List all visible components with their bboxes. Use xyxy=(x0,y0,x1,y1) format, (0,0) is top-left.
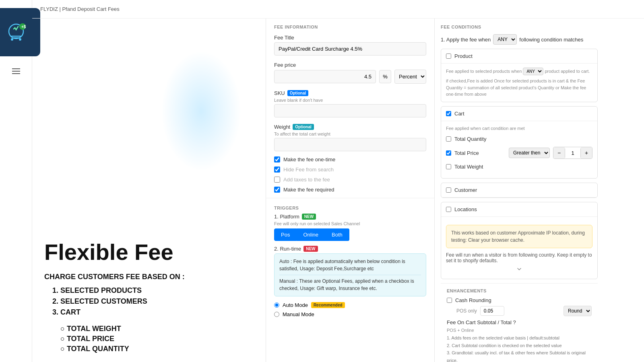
locations-card-body: This works based on customer Approximate… xyxy=(441,217,597,279)
customer-checkbox[interactable] xyxy=(446,187,451,193)
hero-sublist: TOTAL WEIGHT TOTAL PRICE TOTAL QUANTITY xyxy=(60,324,254,354)
cart-card-body: Fee applied when cart condition are met … xyxy=(441,121,597,179)
total-price-stepper: − + xyxy=(553,147,592,159)
fee-note-2: 2. Cart Subtotal condition is checked on… xyxy=(447,342,592,350)
hamburger-menu[interactable] xyxy=(12,68,20,74)
weight-input[interactable] xyxy=(274,138,426,151)
total-weight-checkbox[interactable] xyxy=(446,164,451,169)
hero-sublist-item-1: TOTAL WEIGHT xyxy=(60,324,254,334)
stepper-minus-button[interactable]: − xyxy=(553,147,565,158)
total-quantity-label: Total Quantity xyxy=(454,136,592,142)
recommended-badge: Recommended xyxy=(311,302,345,308)
online-button[interactable]: Online xyxy=(297,228,325,241)
sku-optional-badge: Optional xyxy=(287,90,309,96)
product-checkbox[interactable] xyxy=(446,53,451,59)
auto-text: Auto : Fee is applied automatically when… xyxy=(279,258,421,272)
make-required-row: Make the fee required xyxy=(266,185,434,195)
auto-mode-row: Auto Mode Recommended xyxy=(274,300,426,310)
main-area: FLYDIZ | Pfand Deposit Cart Fees Flexibl… xyxy=(32,0,644,362)
cash-rounding-checkbox[interactable] xyxy=(447,298,452,303)
fee-price-input[interactable] xyxy=(274,70,376,83)
total-price-label: Total Price xyxy=(454,150,506,156)
customer-condition-card: Customer xyxy=(441,183,598,198)
total-price-checkbox[interactable] xyxy=(446,150,451,156)
fee-notes: 1. Adds fees on the selected value basis… xyxy=(447,334,592,362)
any-select[interactable]: ANY ALL xyxy=(493,34,517,45)
manual-mode-radio[interactable] xyxy=(274,312,279,317)
total-quantity-row: Total Quantity xyxy=(446,134,592,144)
fee-note-3: 3. Grandtotal: usually incl. of tax & ot… xyxy=(447,349,592,362)
runtime-trigger: 2. Run-time NEW Auto : Fee is applied au… xyxy=(274,246,426,319)
enhancements-section: ENHANCEMENTS Cash Rounding POS only Roun… xyxy=(441,283,598,362)
locations-checkbox[interactable] xyxy=(446,207,451,212)
chevron-down-button[interactable] xyxy=(446,263,592,275)
product-card-header: Product xyxy=(441,49,597,64)
stepper-plus-button[interactable]: + xyxy=(581,147,592,158)
cart-label: Cart xyxy=(454,111,464,117)
weight-group: Weight Optional To affect the total cart… xyxy=(266,121,434,154)
make-fee-onetime-label: Make the fee one-time xyxy=(283,156,335,162)
total-quantity-checkbox[interactable] xyxy=(446,136,451,142)
runtime-new-badge: NEW xyxy=(303,246,318,252)
sku-sublabel: Leave blank if don't have xyxy=(274,98,426,103)
svg-point-2 xyxy=(11,38,13,41)
fee-price-type-select[interactable]: Percent Fixed xyxy=(394,70,426,84)
pos-only-label: POS only xyxy=(456,308,477,314)
make-fee-onetime-checkbox[interactable] xyxy=(274,156,280,162)
fee-price-label: Fee price xyxy=(274,62,426,68)
breadcrumb-part1[interactable]: FLYDIZ xyxy=(40,6,58,12)
hero-list-item-3: 3. CART xyxy=(52,307,254,318)
triggers-header: TRIGGERS xyxy=(274,206,426,214)
product-any-select[interactable]: ANY ALL xyxy=(523,68,543,75)
pos-only-select[interactable]: Round Floor Ceil xyxy=(564,306,592,316)
sku-input[interactable] xyxy=(274,104,426,117)
locations-label: Locations xyxy=(454,206,477,212)
platform-btn-group: Pos Online Both xyxy=(274,228,426,241)
hero-list-item-2: 2. SELECTED CUSTOMERS xyxy=(52,296,254,307)
stepper-input[interactable] xyxy=(565,148,581,158)
fee-title-input[interactable] xyxy=(274,42,426,56)
svg-rect-0 xyxy=(0,16,32,48)
hide-fee-checkbox[interactable] xyxy=(274,167,280,173)
auto-mode-radio[interactable] xyxy=(274,302,279,308)
product-label: Product xyxy=(454,53,473,59)
total-price-row: Total Price Greater then Less then Equal… xyxy=(446,144,592,161)
make-required-checkbox[interactable] xyxy=(274,187,280,193)
locations-info-box: This works based on customer Approximate… xyxy=(446,225,592,248)
make-required-label: Make the fee required xyxy=(283,187,334,193)
product-note: if checked,Fee is added Once for selecte… xyxy=(446,78,592,98)
add-taxes-checkbox[interactable] xyxy=(274,177,280,183)
hero-subtitle: CHARGE CUSTOMERS FEE BASED ON : xyxy=(44,273,254,281)
fee-note-1: 1. Adds fees on the selected value basis… xyxy=(447,334,592,342)
breadcrumb-part3[interactable]: Cart Fees xyxy=(97,6,120,12)
customer-card-header: Customer xyxy=(441,183,597,197)
manual-text: Manual : These are Optional Fees, applie… xyxy=(279,275,421,292)
runtime-box: Auto : Fee is applied automatically when… xyxy=(274,253,426,296)
hero-title: Flexible Fee xyxy=(44,240,254,265)
cart-desc: Fee applied when cart condition are met xyxy=(446,125,592,132)
location-note: Fee will run when a visitor is from foll… xyxy=(446,252,592,263)
product-card-body: Fee applied to selected products when AN… xyxy=(441,64,597,102)
pos-only-input[interactable] xyxy=(480,306,504,316)
weight-optional-badge: Optional xyxy=(293,124,314,130)
platform-trigger: 1. Platform NEW Fee will only run on sel… xyxy=(274,214,426,241)
total-weight-label: Total Weight xyxy=(454,164,592,170)
platform-sublabel: Fee will only run on selected Sales Chan… xyxy=(274,221,426,226)
hero-decoration xyxy=(161,51,242,171)
hero-list-item-1: 1. SELECTED PRODUCTS xyxy=(52,285,254,296)
fee-title-label: Fee Title xyxy=(274,35,426,41)
cash-rounding-label: Cash Rounding xyxy=(455,297,491,303)
pos-button[interactable]: Pos xyxy=(274,228,297,241)
sidebar: +$ xyxy=(0,0,32,362)
pos-online-tag: POS + Online xyxy=(447,328,592,333)
auto-mode-label: Auto Mode xyxy=(283,302,308,308)
breadcrumb-part2[interactable]: Pfand Deposit xyxy=(62,6,95,12)
fee-on-cart-row: Fee On Cart Subtotal / Total ? xyxy=(447,319,592,325)
cart-checkbox[interactable] xyxy=(446,111,451,116)
total-price-operator-select[interactable]: Greater then Less then Equal xyxy=(509,148,550,158)
divider-1 xyxy=(266,198,434,198)
both-button[interactable]: Both xyxy=(325,228,349,241)
svg-text:+$: +$ xyxy=(21,25,26,29)
fee-title-group: Fee Title xyxy=(266,31,434,59)
manual-mode-row: Manual Mode xyxy=(274,310,426,319)
